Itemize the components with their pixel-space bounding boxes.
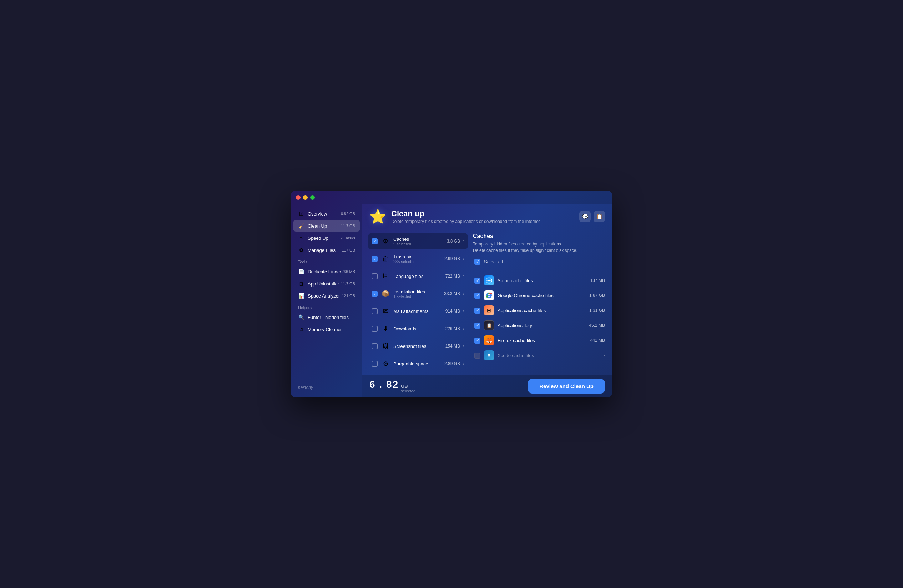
caches-arrow: › <box>463 239 464 244</box>
apps-logs-name: Applications' logs <box>497 323 585 328</box>
svg-point-7 <box>488 295 490 297</box>
trash-checkbox[interactable] <box>371 256 378 262</box>
list-button[interactable]: 📋 <box>593 211 605 222</box>
maximize-button[interactable] <box>310 195 315 200</box>
apps-logs-checkbox[interactable] <box>474 322 480 329</box>
mail-name: Mail attachments <box>393 309 442 314</box>
sidebar-badge-duplicate: 266 MB <box>341 269 355 274</box>
memory-icon: 🖥 <box>298 326 304 333</box>
sidebar-badge-space: 121 GB <box>342 294 355 298</box>
sidebar-item-speedup[interactable]: » Speed Up 51 Tasks <box>293 232 360 244</box>
trash-size: 2.99 GB <box>444 256 460 261</box>
purgeable-icon: ⊘ <box>381 358 390 369</box>
sidebar-badge-speedup: 51 Tasks <box>340 236 355 240</box>
installation-checkbox[interactable] <box>371 291 378 297</box>
firefox-item-size: 441 MB <box>590 338 605 343</box>
screenshot-checkbox[interactable] <box>371 343 378 349</box>
xcode-checkbox[interactable] <box>474 352 480 358</box>
file-item-language[interactable]: 🏳 Language files 722 MB › <box>368 268 468 285</box>
cleanup-button[interactable]: Review and Clean Up <box>528 379 605 393</box>
select-all-checkbox[interactable] <box>474 259 480 265</box>
app-window: ☑ Overview 6.82 GB 🧹 Clean Up 11.7 GB » … <box>291 190 612 398</box>
apps-logs-icon: 📋 <box>484 321 494 330</box>
size-label: selected <box>401 389 415 393</box>
sidebar-label-overview: Overview <box>308 211 327 217</box>
page-title: Clean up <box>391 209 540 219</box>
installation-icon: 📦 <box>381 289 390 299</box>
detail-item-apps-cache[interactable]: ⊞ Applications cache files 1.31 GB <box>473 303 606 318</box>
installation-size: 33.3 MB <box>444 291 460 296</box>
titlebar <box>291 190 612 204</box>
sidebar-item-duplicate[interactable]: 📄 Duplicate Finder 266 MB <box>293 266 360 277</box>
purgeable-checkbox[interactable] <box>371 361 378 367</box>
apps-cache-icon: ⊞ <box>484 305 494 315</box>
sidebar-item-overview[interactable]: ☑ Overview 6.82 GB <box>293 208 360 219</box>
sidebar-item-managefiles[interactable]: ⚙ Manage Files 117 GB <box>293 244 360 256</box>
file-item-purgeable[interactable]: ⊘ Purgeable space 2.89 GB › <box>368 355 468 372</box>
caches-size: 3.8 GB <box>447 239 460 244</box>
chrome-item-size: 1.87 GB <box>589 293 605 298</box>
downloads-icon: ⬇ <box>381 324 390 333</box>
trash-icon: 🗑 <box>381 254 390 264</box>
detail-item-firefox[interactable]: 🦊 Firefox cache files 441 MB <box>473 333 606 347</box>
downloads-checkbox[interactable] <box>371 326 378 332</box>
sidebar-label-speedup: Speed Up <box>308 236 328 241</box>
sidebar-label-funter: Funter - hidden files <box>308 315 349 320</box>
screenshot-name: Screenshot files <box>393 344 442 349</box>
file-item-screenshot[interactable]: 🖼 Screenshot files 154 MB › <box>368 338 468 354</box>
sidebar-item-memory[interactable]: 🖥 Memory Cleaner <box>293 324 360 335</box>
safari-app-icon <box>484 275 494 285</box>
select-all-row[interactable]: Select all <box>473 257 606 267</box>
file-item-trash[interactable]: 🗑 Trash bin 235 selected 2.99 GB › <box>368 250 468 267</box>
sidebar-item-uninstaller[interactable]: 🗑 App Uninstaller 11.7 GB <box>293 278 360 289</box>
file-item-installation[interactable]: 📦 Installation files 1 selected 33.3 MB … <box>368 285 468 302</box>
language-checkbox[interactable] <box>371 273 378 279</box>
language-name: Language files <box>393 274 442 279</box>
downloads-size: 226 MB <box>445 326 460 331</box>
header-actions: 💬 📋 <box>579 211 605 222</box>
screenshot-arrow: › <box>463 344 464 349</box>
selected-size: 6 . 82 GB selected <box>370 379 415 393</box>
caches-checkbox[interactable] <box>371 238 378 244</box>
installation-name: Installation files <box>393 289 441 294</box>
tools-section-label: Tools <box>291 256 362 266</box>
detail-item-chrome[interactable]: Google Chrome cache files 1.87 GB <box>473 288 606 303</box>
detail-item-xcode[interactable]: X Xcode cache files - <box>473 348 606 363</box>
sidebar-label-managefiles: Manage Files <box>308 248 335 253</box>
chrome-checkbox[interactable] <box>474 292 480 299</box>
mail-icon: ✉ <box>381 306 390 316</box>
file-item-downloads[interactable]: ⬇ Downloads 226 MB › <box>368 321 468 337</box>
chat-button[interactable]: 💬 <box>579 211 591 222</box>
page-subtitle: Delete temporary files created by applic… <box>391 219 540 224</box>
safari-checkbox[interactable] <box>474 278 480 284</box>
file-item-mail[interactable]: ✉ Mail attachments 914 MB › <box>368 303 468 319</box>
speedup-icon: » <box>298 235 304 241</box>
detail-item-safari[interactable]: Safari cache files 137 MB <box>473 273 606 288</box>
chrome-item-name: Google Chrome cache files <box>497 293 586 298</box>
apps-cache-checkbox[interactable] <box>474 308 480 314</box>
file-item-caches[interactable]: ⚙ Caches 5 selected 3.8 GB › <box>368 233 468 249</box>
detail-panel: Caches Temporary hidden files created by… <box>473 233 606 369</box>
right-panel: ⭐ Clean up Delete temporary files create… <box>362 204 612 398</box>
mail-arrow: › <box>463 309 464 314</box>
sidebar-badge-uninstaller: 11.7 GB <box>341 281 355 286</box>
chat-icon: 💬 <box>582 214 588 219</box>
mail-checkbox[interactable] <box>371 308 378 314</box>
sidebar-label-memory: Memory Cleaner <box>308 327 342 332</box>
main-content: ☑ Overview 6.82 GB 🧹 Clean Up 11.7 GB » … <box>291 204 612 398</box>
sidebar-item-funter[interactable]: 🔍 Funter - hidden files <box>293 311 360 323</box>
sidebar-item-space[interactable]: 📊 Space Analyzer 121 GB <box>293 290 360 302</box>
close-button[interactable] <box>296 195 300 200</box>
sidebar-label-space: Space Analyzer <box>308 293 340 299</box>
trash-arrow: › <box>463 256 464 261</box>
size-number: 6 . 82 <box>370 379 399 390</box>
list-icon: 📋 <box>596 214 603 219</box>
firefox-app-icon: 🦊 <box>484 335 494 345</box>
xcode-item-name: Xcode cache files <box>497 353 600 358</box>
xcode-app-icon: X <box>484 351 494 360</box>
firefox-checkbox[interactable] <box>474 338 480 344</box>
sidebar-item-cleanup[interactable]: 🧹 Clean Up 11.7 GB <box>293 220 360 231</box>
detail-item-apps-logs[interactable]: 📋 Applications' logs 45.2 MB <box>473 318 606 333</box>
minimize-button[interactable] <box>303 195 308 200</box>
traffic-lights <box>296 195 315 200</box>
